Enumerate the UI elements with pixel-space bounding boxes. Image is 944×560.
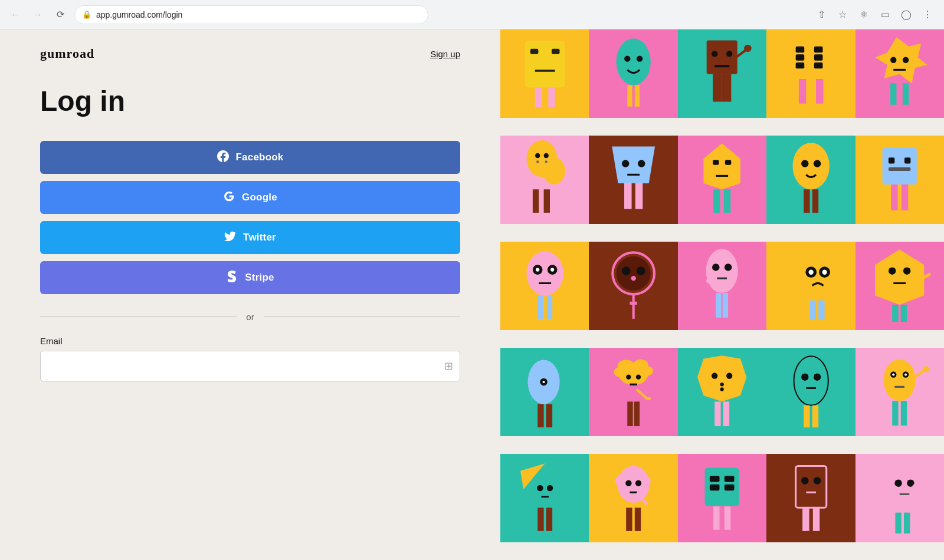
svg-rect-170 [813, 508, 820, 531]
svg-point-31 [903, 57, 909, 62]
divider-line-right [264, 317, 460, 317]
svg-rect-93 [809, 300, 815, 319]
svg-rect-99 [892, 304, 898, 321]
svg-point-132 [884, 359, 916, 401]
email-form-group: Email ⊞ [40, 336, 460, 381]
google-login-button[interactable]: Google [40, 181, 460, 214]
divider: or [40, 312, 460, 322]
char-cell-4-2 [678, 454, 766, 542]
svg-point-56 [801, 160, 808, 167]
svg-rect-27 [816, 79, 823, 104]
svg-rect-21 [795, 54, 804, 60]
stripe-login-button[interactable]: Stripe [40, 261, 460, 294]
svg-rect-156 [626, 508, 632, 531]
svg-rect-0 [525, 41, 565, 87]
svg-point-44 [622, 160, 629, 167]
svg-rect-63 [889, 167, 910, 170]
svg-point-13 [726, 51, 732, 57]
browser-wrapper: ← → ⟳ 🔒 app.gumroad.com/login ⇧ ☆ ⚛ ▭ ◯ … [0, 0, 944, 560]
svg-rect-178 [904, 512, 910, 533]
email-input[interactable] [40, 351, 460, 381]
svg-rect-86 [716, 293, 722, 318]
svg-point-122 [720, 383, 724, 386]
svg-rect-125 [723, 401, 729, 426]
svg-point-66 [526, 251, 563, 295]
profile-button[interactable]: ◯ [897, 5, 916, 24]
svg-point-78 [631, 275, 635, 280]
svg-rect-25 [814, 62, 823, 68]
char-cell-1-2 [678, 136, 766, 224]
svg-rect-51 [725, 160, 731, 164]
bookmark-button[interactable]: ☆ [833, 5, 852, 24]
svg-rect-160 [710, 484, 720, 490]
twitter-label: Twitter [243, 232, 276, 243]
facebook-label: Facebook [236, 151, 284, 163]
svg-point-88 [797, 253, 837, 300]
char-cell-2-1 [589, 242, 677, 330]
forward-button[interactable]: → [30, 6, 46, 23]
google-label: Google [242, 192, 277, 203]
facebook-login-button[interactable]: Facebook [40, 141, 460, 174]
twitter-login-button[interactable]: Twitter [40, 221, 460, 254]
svg-rect-20 [795, 46, 804, 52]
svg-point-97 [903, 267, 910, 274]
char-cell-1-1 [589, 136, 677, 224]
svg-point-12 [712, 51, 717, 57]
svg-rect-48 [635, 183, 643, 209]
svg-point-152 [625, 480, 631, 486]
divider-line-left [40, 317, 237, 317]
svg-point-75 [616, 256, 650, 290]
svg-point-37 [535, 153, 540, 157]
svg-rect-11 [707, 40, 738, 74]
eye-icon[interactable]: ⊞ [444, 360, 453, 373]
svg-rect-16 [722, 74, 732, 101]
svg-rect-42 [543, 189, 549, 213]
svg-rect-165 [795, 466, 826, 508]
svg-rect-9 [627, 85, 632, 106]
svg-rect-62 [904, 157, 910, 163]
svg-rect-94 [818, 300, 824, 319]
char-cell-3-3 [766, 348, 855, 436]
char-cell-3-1 [589, 348, 677, 436]
address-bar[interactable]: 🔒 app.gumroad.com/login [74, 5, 428, 24]
char-cell-1-4 [856, 136, 944, 224]
google-icon [223, 190, 235, 205]
email-label: Email [40, 336, 460, 346]
svg-point-121 [726, 373, 732, 378]
facebook-icon [217, 150, 229, 165]
svg-point-91 [808, 269, 813, 274]
svg-rect-58 [804, 189, 809, 213]
menu-button[interactable]: ⋮ [918, 5, 937, 24]
svg-point-166 [801, 477, 808, 484]
svg-rect-105 [537, 404, 543, 427]
svg-point-111 [641, 365, 653, 375]
logo: GUMROaD [40, 46, 94, 61]
svg-rect-2 [551, 48, 559, 54]
back-button[interactable]: ← [7, 6, 24, 23]
svg-rect-162 [725, 484, 735, 490]
svg-rect-23 [814, 46, 823, 52]
signup-link[interactable]: Sign up [430, 49, 460, 59]
svg-point-38 [543, 153, 548, 157]
svg-point-30 [890, 57, 896, 62]
svg-rect-100 [901, 304, 907, 321]
extensions-button[interactable]: ⚛ [854, 5, 873, 24]
tab-button[interactable]: ▭ [876, 5, 894, 24]
svg-rect-1 [530, 48, 538, 54]
character-grid [500, 29, 944, 560]
svg-point-76 [622, 266, 631, 275]
lock-icon: 🔒 [82, 10, 91, 19]
svg-point-145 [546, 485, 552, 490]
char-cell-2-2 [678, 242, 766, 330]
char-cell-4-3 [766, 454, 855, 542]
svg-point-104 [542, 380, 545, 383]
svg-point-113 [636, 374, 641, 379]
svg-rect-163 [713, 506, 719, 530]
svg-point-69 [536, 268, 539, 271]
svg-rect-50 [713, 160, 719, 164]
share-button[interactable]: ⇧ [812, 5, 831, 24]
divider-text: or [246, 312, 254, 322]
refresh-button[interactable]: ⟳ [52, 6, 68, 23]
url-text: app.gumroad.com/login [96, 10, 182, 19]
svg-point-134 [892, 373, 894, 375]
